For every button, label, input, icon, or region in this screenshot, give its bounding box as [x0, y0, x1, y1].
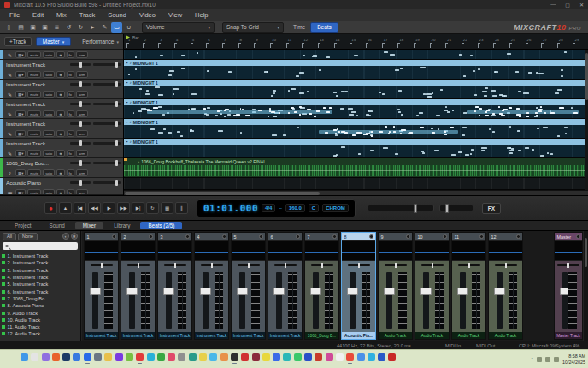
channel-fader[interactable] [310, 288, 321, 295]
channel-pan-slider[interactable] [557, 264, 579, 266]
track-fx-button[interactable]: fx [67, 110, 74, 117]
taskbar-app-icon[interactable] [168, 353, 175, 361]
mixer-channel-strip[interactable]: 3Instrument Track [157, 232, 192, 340]
channel-pan-slider[interactable] [164, 264, 186, 266]
arrange-lane[interactable] [124, 50, 588, 60]
midi-clip-header[interactable]: ▪♪MIDNIGHT 1 [124, 80, 588, 86]
taskbar-app-icon[interactable] [21, 353, 28, 361]
track-type-button[interactable]: ▦▾ [15, 189, 26, 195]
track-pan-slider[interactable] [93, 103, 121, 105]
undo-icon[interactable]: ↺ [63, 22, 74, 33]
taskbar-clock[interactable]: 8:58 AM 10/24/2025 [562, 353, 585, 365]
track-arm-button[interactable]: arm [76, 130, 88, 137]
mixer-channel-strip[interactable]: 4Instrument Track [194, 232, 229, 340]
midi-keys-button[interactable]: ▦ [161, 202, 173, 214]
track-instrument-icon[interactable]: ▦ [6, 190, 14, 196]
track-type-button[interactable]: ▦▾ [15, 110, 26, 117]
mixer-channel-strip[interactable]: 12Audio Track [488, 232, 523, 340]
envelope-tool-icon[interactable]: ▭ [111, 22, 122, 33]
mixer-track-list-item[interactable]: 9. Audio Track [2, 309, 79, 316]
track-fx-button[interactable]: fx [67, 51, 74, 58]
taskbar-app-icon[interactable] [326, 353, 333, 361]
channel-pan-slider[interactable] [238, 264, 260, 266]
track-pan-slider[interactable] [93, 142, 121, 145]
mixer-track-list-item[interactable]: 7. 1066_Doug Bo... [2, 295, 79, 302]
channel-fx-area[interactable] [158, 240, 191, 261]
track-header[interactable]: Instrument Track✎▦▾mutesolo◈fxarm [0, 119, 123, 139]
playback-position-slider[interactable] [368, 205, 434, 211]
midi-clip-body[interactable] [124, 105, 588, 118]
channel-fx-area[interactable] [452, 240, 485, 261]
mixer-search-input[interactable] [10, 244, 76, 249]
scale-display[interactable]: CHROM [322, 204, 349, 212]
taskbar-app-icon[interactable] [42, 353, 50, 361]
menu-edit[interactable]: Edit [32, 11, 44, 19]
taskbar-app-icon[interactable] [94, 353, 102, 361]
volume-icon[interactable] [545, 357, 550, 362]
track-volume-slider[interactable] [70, 142, 91, 145]
maximize-button[interactable]: ▢ [565, 2, 570, 8]
pan-thumb[interactable] [101, 263, 103, 268]
taskbar-app-icon[interactable] [283, 353, 291, 361]
mixer-channel-strip[interactable]: 8Acoustic Pia... [341, 232, 376, 340]
track-volume-slider[interactable] [70, 103, 91, 105]
track-instrument-icon[interactable]: ✎ [6, 131, 14, 137]
menu-sound[interactable]: Sound [108, 11, 126, 19]
channel-fx-area[interactable] [305, 240, 338, 261]
mixer-channel-strip[interactable]: 71066_Doug B... [304, 232, 339, 340]
project-notes-icon[interactable]: ≣ [51, 22, 62, 33]
go-to-start-button[interactable]: |◀ [74, 202, 86, 214]
track-type-button[interactable]: ▦▾ [15, 71, 26, 78]
taskbar-app-icon[interactable] [294, 353, 302, 361]
track-automation-button[interactable]: ◈ [56, 169, 64, 176]
empty-lane[interactable] [124, 178, 588, 190]
track-volume-slider[interactable] [70, 181, 91, 184]
track-enabled-checkbox[interactable] [2, 297, 5, 300]
track-mute-button[interactable]: mute [27, 150, 41, 157]
channel-fx-area[interactable] [489, 240, 522, 261]
pan-thumb[interactable] [321, 263, 323, 268]
channel-fader[interactable] [90, 288, 101, 295]
rewind-button[interactable]: ◀◀ [88, 202, 101, 214]
track-solo-button[interactable]: solo [43, 130, 55, 137]
track-mute-button[interactable]: mute [27, 110, 41, 117]
track-arm-button[interactable]: arm [76, 169, 88, 176]
track-volume-slider[interactable] [70, 83, 91, 86]
scrollbar-thumb[interactable] [585, 238, 587, 267]
track-enabled-checkbox[interactable] [2, 304, 5, 307]
track-mute-button[interactable]: mute [27, 51, 41, 58]
channel-knob[interactable] [296, 234, 300, 239]
track-fx-button[interactable]: fx [67, 130, 74, 137]
tab-project[interactable]: Project [7, 222, 39, 229]
taskbar-app-icon[interactable] [315, 353, 322, 361]
taskbar-app-icon[interactable] [346, 353, 354, 361]
arrange-lane[interactable]: ▪♪MIDNIGHT 1 [124, 119, 588, 139]
track-automation-button[interactable]: ◈ [56, 91, 64, 98]
channel-fx-area[interactable] [232, 240, 265, 261]
track-enabled-checkbox[interactable] [2, 290, 5, 294]
track-enabled-checkbox[interactable] [2, 318, 5, 322]
fx-button[interactable]: FX [482, 203, 501, 214]
mixer-channel-strip[interactable]: 2Instrument Track [121, 232, 156, 340]
taskbar-app-icon[interactable] [252, 353, 260, 361]
track-volume-slider[interactable] [70, 63, 91, 66]
track-solo-button[interactable]: solo [43, 51, 55, 58]
pan-thumb[interactable] [468, 263, 470, 268]
slider-handle[interactable] [414, 204, 417, 213]
track-enabled-checkbox[interactable] [2, 269, 5, 272]
channel-knob[interactable] [149, 234, 153, 239]
pan-thumb[interactable] [567, 263, 569, 268]
redo-icon[interactable]: ↻ [75, 22, 86, 33]
taskbar-app-icon[interactable] [273, 353, 280, 361]
track-volume-slider[interactable] [70, 122, 91, 125]
pan-thumb[interactable] [174, 263, 176, 268]
mixer-track-list-item[interactable]: 2. Instrument Track [2, 259, 79, 266]
channel-fader[interactable] [420, 288, 432, 295]
tempo-display[interactable]: 160.0 [285, 204, 305, 212]
track-solo-button[interactable]: solo [43, 110, 55, 117]
mixer-search[interactable] [3, 242, 78, 250]
channel-knob[interactable] [259, 234, 263, 239]
channel-knob[interactable] [222, 234, 226, 239]
track-fx-button[interactable]: fx [67, 150, 74, 157]
mixer-track-list-item[interactable]: 8. Acoustic Piano [2, 302, 79, 309]
